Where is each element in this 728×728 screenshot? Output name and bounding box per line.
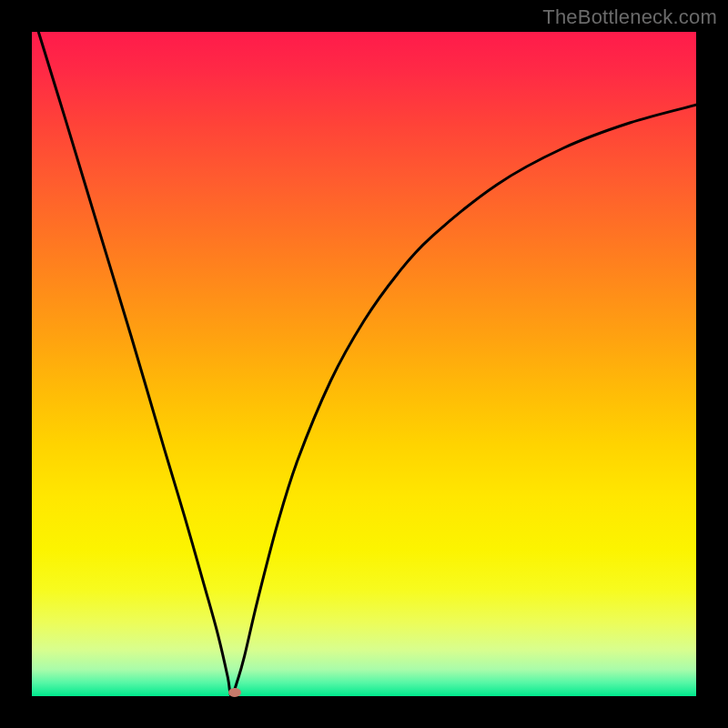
plot-area [32, 32, 696, 696]
bottleneck-curve [32, 32, 696, 696]
chart-frame: TheBottleneck.com [0, 0, 728, 728]
minimum-marker [228, 688, 241, 697]
watermark-text: TheBottleneck.com [542, 5, 717, 29]
